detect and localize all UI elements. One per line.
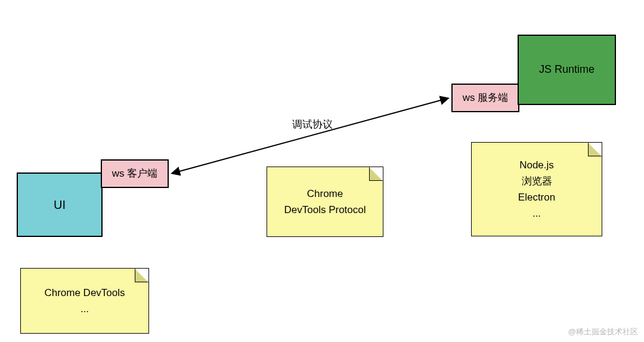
note-left-text: Chrome DevTools ... [44,285,125,317]
watermark-text: @稀土掘金技术社区 [568,327,638,336]
ws-client-box: ws 客户端 [101,159,169,188]
note-chrome-devtools-protocol: Chrome DevTools Protocol [267,167,383,237]
note-middle-text: Chrome DevTools Protocol [284,186,366,218]
note-runtimes: Node.js 浏览器 Electron ... [471,142,602,236]
note-right-text: Node.js 浏览器 Electron ... [518,157,555,222]
arrow-label: 调试协议 [292,118,333,131]
ui-label: UI [54,196,66,213]
ws-server-box: ws 服务端 [451,84,519,112]
runtime-box: JS Runtime [518,35,616,105]
arrow-label-text: 调试协议 [292,119,333,130]
ws-client-label: ws 客户端 [112,167,158,181]
ws-server-label: ws 服务端 [463,91,509,105]
svg-line-0 [173,98,447,173]
note-chrome-devtools: Chrome DevTools ... [20,268,149,334]
ui-box: UI [17,172,103,237]
runtime-label: JS Runtime [539,62,595,77]
watermark: @稀土掘金技术社区 [568,326,638,337]
